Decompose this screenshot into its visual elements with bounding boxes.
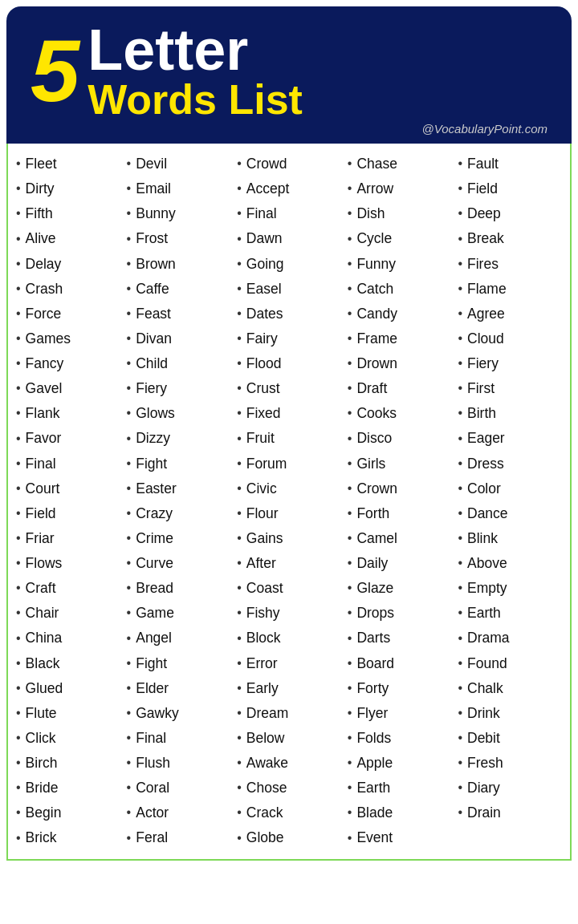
word-label: Error [246,653,278,675]
list-item: •Coral [127,776,231,800]
word-label: Fresh [467,752,503,774]
word-label: Darts [356,627,390,649]
bullet-icon: • [16,403,21,424]
word-label: Birth [467,403,496,424]
bullet-icon: • [16,179,21,199]
word-label: Gawky [136,703,178,724]
list-item: •Arrow [348,176,452,201]
word-label: Devil [136,153,167,175]
word-label: Fixed [246,403,281,424]
list-item: •Accept [237,176,341,201]
list-item: •Games [16,326,120,351]
list-item: •Flute [16,701,120,726]
word-label: Crowd [246,153,287,175]
word-label: Fishy [246,602,280,624]
list-item: •Earth [458,601,562,626]
word-label: Chase [356,153,397,175]
bullet-icon: • [127,603,132,623]
list-item: •Fight [127,452,231,476]
list-item: •Blink [458,526,562,551]
bullet-icon: • [458,329,462,349]
list-item: •Brick [16,825,120,850]
bullet-icon: • [237,553,242,573]
word-label: Block [246,627,281,649]
big-number: 5 [31,26,79,115]
list-item: •Fires [458,252,562,277]
word-label: Fleet [26,153,57,175]
word-label: Color [467,478,501,500]
words-list-label: Words List [88,79,303,120]
word-label: Accept [246,178,290,200]
bullet-icon: • [16,479,21,499]
bullet-icon: • [16,629,21,649]
bullet-icon: • [127,154,132,174]
letter-label: Letter [88,21,303,79]
bullet-icon: • [458,578,462,598]
bullet-icon: • [237,629,242,649]
bullet-icon: • [127,679,132,699]
word-label: Eager [467,428,505,449]
list-item: •Bride [16,776,120,800]
bullet-icon: • [16,679,21,699]
bullet-icon: • [127,629,132,649]
bullet-icon: • [458,753,462,773]
list-item: •Crust [237,376,341,401]
word-label: Fifth [26,203,53,225]
header-title: 5 Letter Words List [31,21,547,120]
word-label: Final [26,453,56,475]
list-item: •Frost [127,226,231,251]
list-item: •First [458,376,562,401]
list-item: •Camel [348,526,452,551]
word-label: Draft [356,378,387,399]
list-item: •Chase [348,152,452,176]
word-label: Chair [26,602,59,624]
list-item: •Disco [348,426,452,451]
word-label: Final [136,727,166,749]
bullet-icon: • [127,304,132,324]
bullet-icon: • [16,379,21,399]
list-item: •Easter [127,476,231,501]
word-label: Child [136,353,168,375]
word-list-content: •Fleet•Dirty•Fifth•Alive•Delay•Crash•For… [6,144,572,861]
list-item: •Final [16,452,120,476]
word-label: Caffe [136,278,169,300]
list-item: •Dish [348,201,452,226]
word-label: Drown [356,353,397,375]
word-label: Forum [246,453,287,475]
list-item: •Drama [458,626,562,650]
bullet-icon: • [348,603,352,623]
word-label: Funny [356,253,396,275]
list-item: •Found [458,651,562,676]
bullet-icon: • [16,154,21,174]
list-item: •Crash [16,277,120,302]
list-item: •Crime [127,526,231,551]
word-label: Going [246,253,284,275]
list-item: •Crack [237,800,341,825]
word-label: Angel [136,627,172,649]
bullet-icon: • [458,254,462,274]
bullet-icon: • [16,429,21,449]
list-item: •Angel [127,626,231,650]
bullet-icon: • [348,504,352,524]
bullet-icon: • [348,629,352,649]
list-item: •Cycle [348,226,452,251]
word-column-3: •Chase•Arrow•Dish•Cycle•Funny•Catch•Cand… [344,152,455,851]
list-item: •Fiery [458,351,562,376]
bullet-icon: • [16,304,21,324]
bullet-icon: • [458,379,462,399]
list-item: •Frame [348,326,452,351]
bullet-icon: • [348,379,352,399]
word-label: Deep [467,203,501,225]
word-label: Dish [356,203,385,225]
word-label: Frost [136,228,168,249]
word-label: Crazy [136,503,173,525]
bullet-icon: • [237,753,242,773]
list-item: •Brown [127,252,231,277]
bullet-icon: • [458,204,462,224]
bullet-icon: • [458,179,462,199]
bullet-icon: • [16,354,21,374]
word-label: Event [356,827,393,849]
list-item: •Fresh [458,751,562,776]
word-label: Drops [356,602,394,624]
list-item: •Color [458,476,562,501]
